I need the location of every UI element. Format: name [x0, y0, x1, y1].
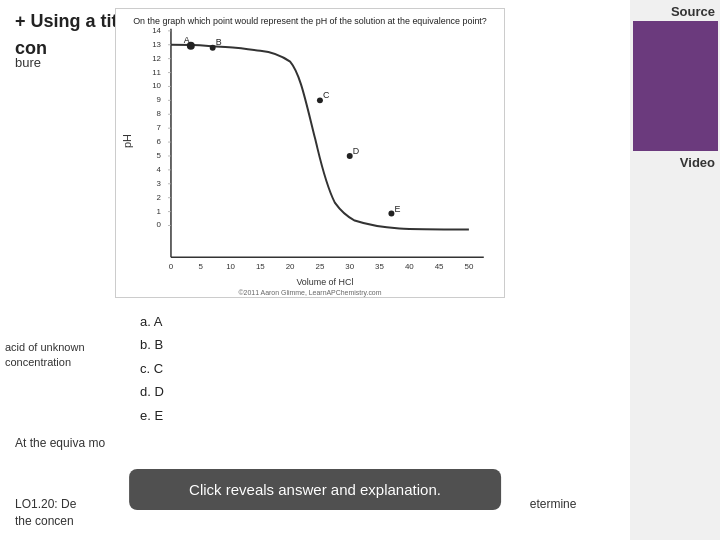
graph-container: On the graph which point would represent… — [115, 8, 505, 298]
svg-text:4: 4 — [157, 165, 162, 174]
svg-text:13: 13 — [152, 40, 161, 49]
svg-text:30: 30 — [345, 262, 354, 271]
svg-rect-0 — [116, 9, 503, 297]
buret-label: bure — [15, 55, 41, 70]
svg-text:8: 8 — [157, 109, 162, 118]
svg-text:5: 5 — [199, 262, 204, 271]
equivalence-text: At the equiva mo — [15, 436, 625, 450]
svg-text:45: 45 — [435, 262, 444, 271]
svg-text:25: 25 — [316, 262, 325, 271]
svg-text:3: 3 — [157, 179, 162, 188]
svg-text:9: 9 — [157, 95, 162, 104]
header-line1-plus: + Using a — [15, 11, 101, 31]
svg-text:pH: pH — [121, 134, 133, 148]
click-reveals-button[interactable]: Click reveals answer and explanation. — [129, 469, 501, 510]
svg-text:10: 10 — [226, 262, 235, 271]
answer-c: c. C — [140, 357, 164, 380]
answer-e: e. E — [140, 404, 164, 427]
svg-text:6: 6 — [157, 137, 162, 146]
source-label: Source — [630, 4, 720, 19]
svg-text:B: B — [216, 37, 222, 47]
svg-text:14: 14 — [152, 26, 161, 35]
answer-choices: a. A b. B c. C d. D e. E — [140, 310, 164, 427]
svg-text:11: 11 — [152, 68, 161, 77]
main-content: + Using a titration to con bure On the g… — [0, 0, 630, 540]
lo-etermine: etermine — [530, 497, 577, 511]
svg-text:1: 1 — [157, 207, 162, 216]
svg-text:10: 10 — [152, 81, 161, 90]
svg-text:12: 12 — [152, 54, 161, 63]
svg-text:©2011 Aaron Glimme, LearnAPChe: ©2011 Aaron Glimme, LearnAPChemistry.com — [238, 289, 381, 297]
acid-label-line2: concentration — [5, 355, 85, 370]
svg-text:D: D — [353, 146, 360, 156]
svg-text:C: C — [323, 90, 330, 100]
svg-text:40: 40 — [405, 262, 414, 271]
acid-label-line1: acid of unknown — [5, 340, 85, 355]
acid-label: acid of unknown concentration — [0, 340, 85, 371]
right-sidebar: Source Video — [630, 0, 720, 540]
source-video-thumbnail[interactable] — [633, 21, 718, 151]
svg-text:5: 5 — [157, 151, 162, 160]
svg-text:Volume of HCl: Volume of HCl — [296, 277, 353, 287]
svg-text:20: 20 — [286, 262, 295, 271]
answer-d: d. D — [140, 380, 164, 403]
svg-text:2: 2 — [157, 193, 162, 202]
svg-text:15: 15 — [256, 262, 265, 271]
video-label: Video — [630, 155, 720, 170]
svg-text:0: 0 — [157, 220, 162, 229]
svg-text:0: 0 — [169, 262, 174, 271]
svg-text:7: 7 — [157, 123, 162, 132]
answer-a: a. A — [140, 310, 164, 333]
svg-text:On the graph which point would: On the graph which point would represent… — [133, 16, 487, 26]
svg-text:A: A — [184, 35, 190, 45]
svg-text:50: 50 — [464, 262, 473, 271]
svg-text:35: 35 — [375, 262, 384, 271]
svg-text:E: E — [394, 204, 400, 214]
answer-b: b. B — [140, 333, 164, 356]
